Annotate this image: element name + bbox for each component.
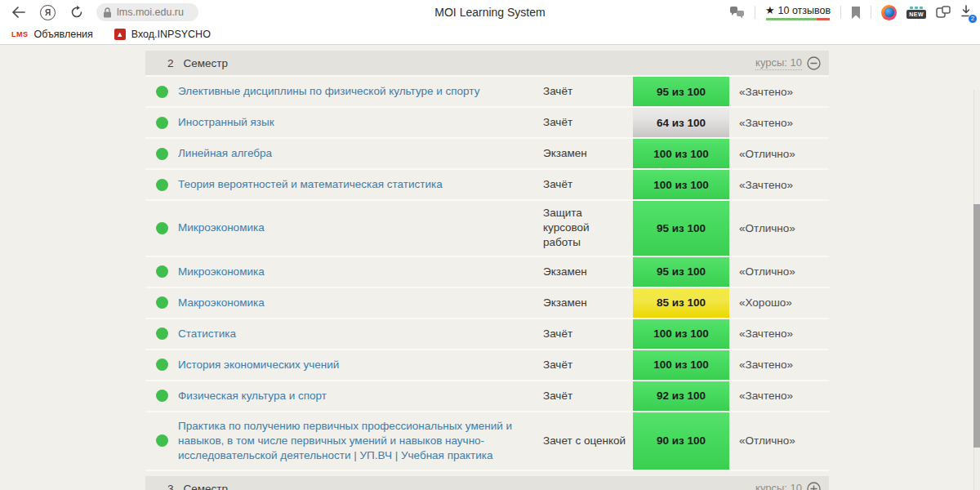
browser-toolbar: Я lms.moi.edu.ru MOI Learning System ★ 1… [0,0,980,24]
bookmark-label: Объявления [34,29,93,40]
scrollbar-track[interactable] [973,90,980,490]
extension-new-icon[interactable]: NEW [906,7,926,19]
course-link[interactable]: Теория вероятностей и математическая ста… [178,177,443,192]
yandex-browser-icon[interactable]: Я [40,5,56,20]
courses-count-link[interactable]: курсы: 10 [755,482,802,490]
course-row: Линейная алгебра Экзамен 100 из 100 «Отл… [145,139,829,170]
inpsycho-favicon: ▲ [114,29,126,40]
course-row: Теория вероятностей и математическая ста… [145,170,829,201]
course-link[interactable]: Микроэкономика [178,265,265,279]
bookmark-item-inpsycho[interactable]: ▲ Вход.INPSYCHO [114,29,211,40]
extension-browser-icon[interactable] [881,5,897,20]
score-badge: 90 из 100 [633,412,729,470]
address-bar[interactable]: lms.moi.edu.ru [96,3,198,21]
score-badge: 100 из 100 [633,350,729,380]
semester-2-header: 2 Семестр курсы: 10 [145,51,829,77]
bookmarks-bar: LMS Объявления ▲ Вход.INPSYCHO [0,24,980,45]
course-link[interactable]: Иностранный язык [178,115,274,130]
collapse-icon[interactable] [807,56,821,70]
lms-favicon: LMS [11,30,29,38]
course-row: Статистика Зачёт 100 из 100 «Зачтено» [145,319,829,350]
divider [840,6,841,19]
grade-text: «Отлично» [729,201,829,256]
course-status-dot [156,86,168,98]
score-badge: 100 из 100 [633,139,729,168]
toolbar-right-icons: ★ 10 отзывов NEW 2 [729,5,980,20]
collections-icon[interactable] [936,6,951,19]
grade-text: «Отлично» [729,412,829,470]
score-badge: 92 из 100 [633,381,729,411]
course-row: Микроэкономика Экзамен 95 из 100 «Отличн… [145,257,829,288]
url-text: lms.moi.edu.ru [117,7,184,18]
course-status-dot [156,296,168,309]
course-status-dot [156,390,168,402]
semester-number: 2 [167,57,174,69]
grade-text: «Зачтено» [729,319,829,349]
course-link[interactable]: Микроэкономика [178,220,265,235]
exam-type-text: Зачёт [543,170,633,199]
semester-title: Семестр [184,483,229,490]
course-status-dot [156,148,168,160]
exam-type-text: Зачёт [543,381,633,411]
exam-type-text: Зачёт [543,319,633,349]
score-badge: 100 из 100 [633,319,729,349]
grade-text: «Зачтено» [729,77,829,106]
course-row: Иностранный язык Зачёт 64 из 100 «Зачтен… [145,108,829,139]
course-link[interactable]: Статистика [178,327,236,341]
course-link[interactable]: Линейная алгебра [178,146,272,161]
course-link[interactable]: Практика по получению первичных професси… [178,419,527,464]
course-row: Микроэкономика Защита курсовой работы 95… [145,201,829,257]
semester-title: Семестр [184,57,229,69]
course-link[interactable]: Элективные дисциплины по физической куль… [178,84,479,99]
semester-3-header: 3 Семестр курсы: 10 [145,476,829,490]
grades-table: 2 Семестр курсы: 10 Элективные дисциплин… [145,51,829,490]
course-status-dot [156,179,168,191]
expand-icon[interactable] [807,482,821,490]
course-row: Практика по получению первичных професси… [145,412,829,472]
course-status-dot [156,265,168,278]
star-icon: ★ [765,5,775,16]
courses-count-link[interactable]: курсы: 10 [755,56,802,70]
course-row: Макроэкономика Экзамен 85 из 100 «Хорошо… [145,288,829,319]
course-row: Физическая культура и спорт Зачёт 92 из … [145,381,829,412]
download-count-badge: 2 [968,14,978,24]
reviews-rating-bar [766,18,830,20]
back-icon[interactable] [11,7,25,18]
grade-text: «Зачтено» [729,381,829,411]
exam-type-text: Защита курсовой работы [543,201,633,256]
bookmark-label: Вход.INPSYCHO [131,29,211,40]
divider [755,6,755,19]
exam-type-text: Зачёт [543,108,633,137]
grade-text: «Хорошо» [729,288,829,318]
browser-window: Я lms.moi.edu.ru MOI Learning System ★ 1… [0,0,980,490]
score-badge: 100 из 100 [633,170,729,199]
grade-text: «Отлично» [729,257,829,287]
bookmark-flag-icon[interactable] [851,7,861,19]
score-badge: 95 из 100 [633,201,729,256]
lock-icon [103,7,112,18]
bookmark-item-announcements[interactable]: LMS Объявления [11,29,93,40]
course-list: Элективные дисциплины по физической куль… [145,77,829,471]
grade-text: «Зачтено» [729,170,829,199]
exam-type-text: Экзамен [543,288,633,318]
score-badge: 85 из 100 [633,288,729,318]
course-link[interactable]: Макроэкономика [178,296,265,310]
reviews-count: 10 отзывов [778,5,831,16]
course-status-dot [156,359,168,371]
course-row: История экономических учений Зачёт 100 и… [145,350,829,381]
course-link[interactable]: История экономических учений [178,358,339,372]
semester-number: 3 [167,483,174,490]
course-row: Элективные дисциплины по физической куль… [145,77,829,108]
course-link[interactable]: Физическая культура и спорт [178,389,327,403]
protect-icon[interactable] [729,6,745,19]
divider [871,6,871,19]
score-badge: 95 из 100 [633,77,729,106]
reviews-widget[interactable]: ★ 10 отзывов [765,5,831,20]
nav-buttons: Я [0,5,83,20]
course-status-dot [156,117,168,129]
score-badge: 95 из 100 [633,257,729,287]
refresh-icon[interactable] [70,6,83,19]
scrollbar-thumb[interactable] [973,204,980,448]
grade-text: «Зачтено» [729,350,829,380]
downloads-icon[interactable]: 2 [960,5,972,20]
